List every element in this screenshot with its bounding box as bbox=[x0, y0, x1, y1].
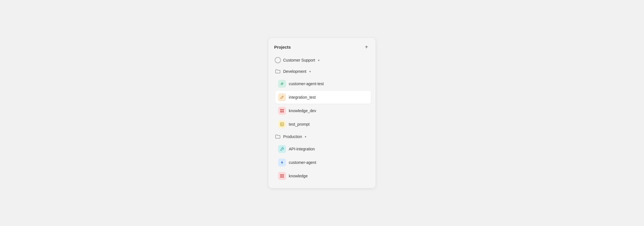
section-production[interactable]: Production ▾ bbox=[273, 131, 371, 142]
circle-icon bbox=[275, 57, 281, 63]
project-name: API-integration bbox=[289, 147, 315, 151]
chevron-down-icon: ▾ bbox=[305, 135, 306, 138]
project-item-customer-agent[interactable]: customer-agent bbox=[275, 156, 371, 169]
project-item-knowledge[interactable]: knowledge bbox=[275, 170, 371, 182]
svg-rect-13 bbox=[282, 176, 284, 178]
panel-title: Projects bbox=[274, 45, 291, 49]
chevron-down-icon: ▾ bbox=[318, 59, 319, 62]
svg-rect-3 bbox=[282, 109, 284, 110]
development-label: Development bbox=[283, 69, 307, 74]
svg-rect-4 bbox=[280, 111, 282, 112]
svg-point-1 bbox=[281, 85, 281, 85]
project-item-integration-test[interactable]: integration_test bbox=[275, 91, 371, 104]
project-icon-grid bbox=[278, 107, 286, 115]
project-item-api-integration[interactable]: API-integration bbox=[275, 143, 371, 155]
production-label: Production bbox=[283, 134, 302, 139]
project-name: integration_test bbox=[289, 95, 316, 100]
project-list: Customer Support ▾ Development ▾ cus bbox=[273, 55, 371, 182]
folder-icon bbox=[275, 68, 281, 74]
svg-point-0 bbox=[283, 82, 283, 83]
project-icon-sparkle bbox=[278, 80, 286, 88]
project-name: knowledge_dev bbox=[289, 109, 316, 113]
project-name: customer-agent bbox=[289, 160, 316, 165]
panel-header: Projects + bbox=[273, 44, 371, 50]
project-icon-wrench bbox=[278, 145, 286, 153]
section-customer-support[interactable]: Customer Support ▾ bbox=[273, 55, 371, 65]
section-development[interactable]: Development ▾ bbox=[273, 66, 371, 77]
svg-rect-10 bbox=[280, 174, 282, 176]
chevron-down-icon: ▾ bbox=[309, 70, 311, 73]
project-item-customer-agent-test[interactable]: customer-agent-test bbox=[275, 77, 371, 90]
svg-rect-6 bbox=[280, 123, 284, 126]
project-name: knowledge bbox=[289, 174, 308, 178]
customer-support-label: Customer Support bbox=[283, 58, 315, 62]
project-name: customer-agent-test bbox=[289, 82, 324, 86]
project-icon-table bbox=[278, 120, 286, 128]
project-name: test_prompt bbox=[289, 122, 310, 126]
svg-rect-5 bbox=[282, 111, 284, 112]
project-item-test-prompt[interactable]: test_prompt bbox=[275, 118, 371, 131]
project-icon-grid-red bbox=[278, 172, 286, 180]
project-icon-pen bbox=[278, 93, 286, 101]
project-item-knowledge-dev[interactable]: knowledge_dev bbox=[275, 104, 371, 117]
project-icon-bolt bbox=[278, 159, 286, 166]
folder-icon bbox=[275, 134, 281, 140]
add-project-button[interactable]: + bbox=[363, 44, 370, 50]
svg-rect-11 bbox=[282, 174, 284, 176]
svg-rect-12 bbox=[280, 176, 282, 178]
projects-panel: Projects + Customer Support ▾ Developmen… bbox=[269, 38, 375, 188]
svg-rect-2 bbox=[280, 109, 282, 110]
